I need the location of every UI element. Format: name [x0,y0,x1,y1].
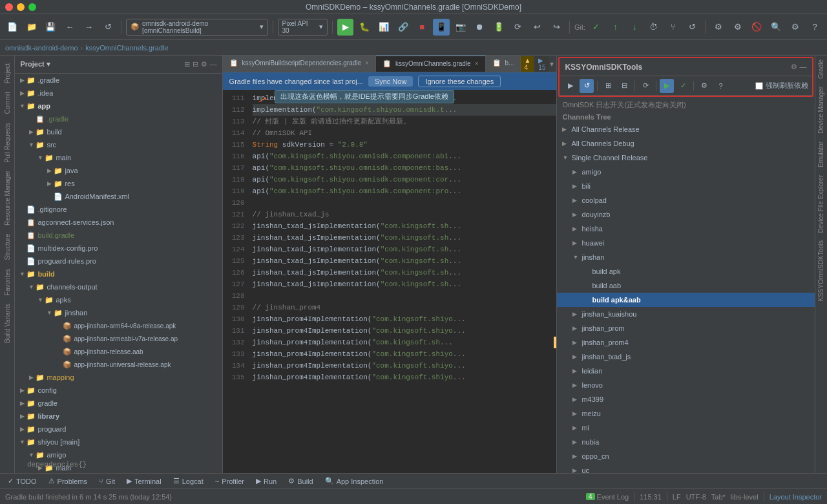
tab-profiler[interactable]: ~ Profiler [210,474,249,488]
maximize-button[interactable] [28,3,36,11]
tree-app-manifest[interactable]: 📄AndroidManifest.xml [15,190,222,203]
channel-douyinzb[interactable]: ▶ douyinzb [557,207,814,222]
channel-mi[interactable]: ▶mi [557,421,814,435]
sidebar-build-variants[interactable]: Build Variants [3,300,12,347]
tree-mapping[interactable]: ▶📁mapping [15,371,222,384]
force-refresh-label[interactable]: 强制刷新依赖 [755,81,808,90]
channel-jinshan-build-aab[interactable]: build aab [557,278,814,293]
event-log-item[interactable]: 4 Event Log [586,493,629,501]
sidebar-device-manager[interactable]: Device Manager [816,83,826,138]
channel-jinshan-txad-js[interactable]: ▶jinshan_txad_js [557,350,814,364]
tree-app-java[interactable]: ▶📁java [15,164,222,177]
tree-shiyou[interactable]: ▼📁shiyou [main] [15,436,222,448]
code-text[interactable]: implementation("com.kingsoft.shiyou.omni… [250,90,557,473]
record-button[interactable]: ⏺ [471,19,488,36]
tab-todo[interactable]: ✓ TODO [3,474,42,488]
sidebar-project[interactable]: Project [3,59,12,87]
channel-coolpad[interactable]: ▶ coolpad [557,193,814,207]
tab-close-1[interactable]: × [365,59,369,67]
breadcrumb-file[interactable]: kssyOmniChannels.gradle [85,44,168,52]
channel-amigo[interactable]: ▶ amigo [557,165,814,179]
tree-idea[interactable]: ▶📁.idea [15,87,222,100]
tab-problems[interactable]: ⚠ Problems [43,474,92,488]
minimize-panel-icon[interactable]: — [210,60,217,68]
tab-b[interactable]: 📋 b... [486,56,521,72]
sidebar-resource-manager[interactable]: Resource Manager [3,167,12,229]
collapse-all-icon[interactable]: ⊟ [193,60,198,68]
channel-nubia[interactable]: ▶nubia [557,435,814,449]
channel-oppo-cn[interactable]: ▶oppo_cn [557,449,814,463]
new-file-button[interactable]: 📄 [4,19,21,36]
sidebar-structure[interactable]: Structure [3,230,12,264]
layout-inspector-label[interactable]: Layout Inspector [769,493,822,501]
sync-button[interactable]: ⟳ [510,19,527,36]
tab-build[interactable]: ⚙ Build [283,474,318,488]
git-branch-button[interactable]: ⑂ [665,19,682,36]
tree-config[interactable]: ▶📁config [15,384,222,397]
channel-heisha[interactable]: ▶ heisha [557,222,814,236]
git-history-button[interactable]: ⏱ [645,19,662,36]
tree-channels-output[interactable]: ▼📁channels-output [15,280,222,293]
tools-refresh-btn[interactable]: ↺ [580,79,594,93]
sidebar-kssyomni[interactable]: KSSYOmniSDKTools [816,236,826,305]
channel-jinshan-prom[interactable]: ▶jinshan_prom [557,321,814,335]
tree-gitignore[interactable]: 📄.gitignore [15,203,222,216]
screenshot-button[interactable]: 📷 [452,19,469,36]
run-config-button[interactable]: ⚙ [710,19,727,36]
help-button[interactable]: ? [806,19,823,36]
sidebar-device-file-explorer[interactable]: Device File Explorer [816,171,826,236]
sidebar-gradle[interactable]: Gradle [816,56,826,83]
tree-app-res[interactable]: ▶📁res [15,177,222,190]
channel-bili[interactable]: ▶ bili [557,179,814,193]
settings-panel-icon[interactable]: ⚙ [791,63,797,71]
tab-omni-channels[interactable]: 📋 kssyOmniChannels.gradle × [376,56,486,72]
tree-multidex[interactable]: 📄multidex-config.pro [15,242,222,255]
tree-app-gradle[interactable]: 📋.gradle [15,112,222,125]
git-revert-button[interactable]: ↺ [684,19,700,36]
channel-jinshan-prom4[interactable]: ▶jinshan_prom4 [557,335,814,350]
sync-now-button[interactable]: Sync Now [368,76,414,87]
git-check-button[interactable]: ✓ [588,19,605,36]
channel-meizu[interactable]: ▶meizu [557,406,814,421]
device-mirror-button[interactable]: 📱 [433,19,450,36]
tree-proguard[interactable]: 📄proguard-rules.pro [15,255,222,268]
tree-apk-arm64[interactable]: 📦app-jinshan-arm64-v8a-release.apk [15,319,222,332]
tree-apk-armeabi[interactable]: 📦app-jinshan-armeabi-v7a-release.ap [15,332,222,345]
channel-single-release[interactable]: ▼ Single Channel Release [557,151,814,165]
channel-jinshan-build-apk[interactable]: build apk [557,264,814,278]
tree-build-gradle[interactable]: 📋build.gradle [15,229,222,242]
channel-lenovo[interactable]: ▶lenovo [557,378,814,392]
close-button[interactable] [5,3,13,11]
open-button[interactable]: 📁 [23,19,40,36]
tree-app[interactable]: ▼📁app [15,100,222,112]
minimize-button[interactable] [17,3,25,11]
encoding-label[interactable]: UTF-8 [686,493,706,501]
stop-button[interactable]: ■ [414,19,430,36]
code-editor[interactable]: 111 112 113 114 115 116 117 118 119 120 … [223,90,557,473]
project-dropdown[interactable]: 📦 omnisdk-android-demo [omniChannelsBuil… [126,19,267,36]
search-button[interactable]: 🔍 [768,19,784,36]
scope-icon[interactable]: ⊞ [184,60,190,68]
tab-app-inspection[interactable]: 🔍 App Inspection [320,474,389,488]
git-push-button[interactable]: ↑ [607,19,624,36]
run-button[interactable]: ▶ [337,19,354,36]
breadcrumb-project[interactable]: omnisdk-android-demo [5,44,78,52]
tools-sync-btn[interactable]: ⟳ [638,79,653,93]
tree-build[interactable]: ▼📁build [15,268,222,280]
tree-app-main[interactable]: ▼📁main [15,151,222,164]
ignore-changes-button[interactable]: Ignore these changes [418,76,501,87]
tab-close-2[interactable]: × [475,60,479,67]
indent-label[interactable]: Tab* [711,493,726,501]
tab-build-script[interactable]: 📋 kssyOmniBuildscriptDependencies.gradle… [223,56,376,72]
tab-terminal[interactable]: ▶ Terminal [121,474,167,488]
expand-button[interactable]: ▾ [550,59,554,68]
tree-app-build[interactable]: ▶📁build [15,125,222,138]
sidebar-commit[interactable]: Commit [3,88,12,118]
channel-huawei[interactable]: ▶ huawei [557,236,814,250]
tools-run-btn[interactable]: ▶ [660,79,674,93]
tree-aab[interactable]: 📦app-jinshan-release.aab [15,345,222,358]
tree-apk-universal[interactable]: 📦app-jinshan-universal-release.apk [15,358,222,371]
channel-jinshan[interactable]: ▼ jinshan [557,250,814,264]
debug-button[interactable]: 🐛 [356,19,373,36]
position-label[interactable]: 115:31 [640,493,662,501]
